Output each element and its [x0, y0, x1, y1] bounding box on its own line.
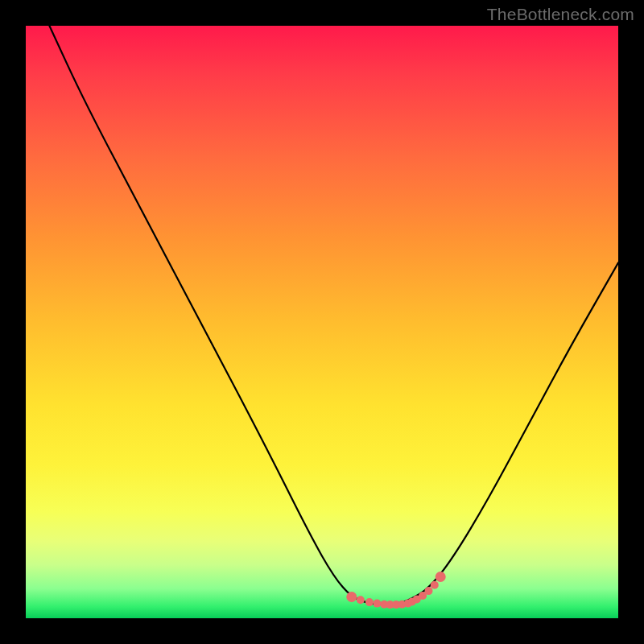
- plateau-dot: [357, 596, 365, 604]
- plateau-dot: [425, 587, 433, 595]
- plot-area: [26, 26, 618, 618]
- chart-frame: TheBottleneck.com: [0, 0, 644, 644]
- plateau-dot: [346, 592, 357, 602]
- chart-svg: [26, 26, 618, 618]
- watermark-text: TheBottleneck.com: [487, 5, 634, 24]
- plateau-dots: [346, 572, 445, 609]
- bottleneck-curve: [49, 26, 618, 605]
- plateau-dot: [431, 581, 439, 589]
- plateau-dot: [373, 600, 381, 608]
- plateau-dot: [365, 598, 374, 606]
- plateau-dot: [436, 572, 446, 582]
